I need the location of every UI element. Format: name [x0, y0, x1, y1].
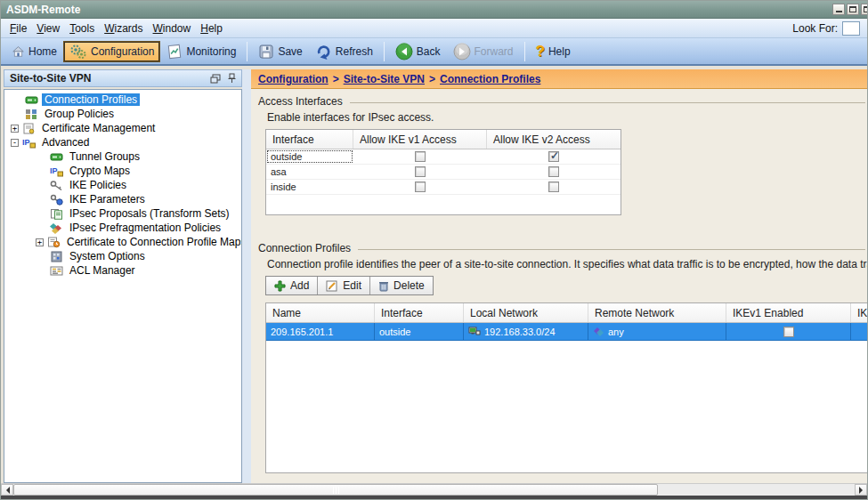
tree-item-ipsec-proposals[interactable]: IPsec Proposals (Transform Sets): [4, 206, 241, 221]
connection-profiles-section-title: Connection Profiles: [258, 242, 865, 254]
maximize-button[interactable]: [847, 4, 859, 15]
ikev2-checkbox[interactable]: [548, 181, 559, 192]
menu-window[interactable]: Window: [151, 20, 199, 36]
save-button[interactable]: Save: [252, 41, 308, 62]
tunnel-groups-icon: [50, 151, 63, 163]
ikev1-enabled-checkbox[interactable]: [783, 327, 794, 337]
col-ikev2-access[interactable]: Allow IKE v2 Access: [487, 130, 621, 149]
col-local-network[interactable]: Local Network: [464, 303, 588, 322]
col-interface[interactable]: Interface: [266, 130, 353, 149]
profile-row-selected[interactable]: 209.165.201.1 outside 192.168.33.0/24 an…: [266, 323, 868, 341]
refresh-button[interactable]: Refresh: [309, 41, 379, 62]
float-panel-icon[interactable]: [210, 74, 221, 84]
scrollbar-thumb[interactable]: [13, 484, 658, 496]
forward-button[interactable]: Forward: [447, 40, 520, 63]
look-for-input[interactable]: [842, 21, 860, 36]
menu-help[interactable]: Help: [199, 20, 231, 36]
table-row-inside[interactable]: inside: [266, 180, 621, 195]
tree-item-connection-profiles[interactable]: Connection Profiles: [4, 93, 241, 107]
tree-item-group-policies[interactable]: Group Policies: [4, 107, 241, 121]
interface-cell[interactable]: outside: [266, 149, 353, 164]
tree-item-ike-parameters[interactable]: IKE Parameters: [4, 192, 241, 206]
ike-policies-icon: [50, 180, 63, 191]
expander-icon[interactable]: +: [36, 238, 44, 246]
delete-icon: [378, 280, 389, 292]
menu-tools[interactable]: Tools: [68, 20, 102, 36]
breadcrumb-separator: >: [429, 73, 435, 85]
menu-view[interactable]: View: [35, 20, 68, 36]
edit-button[interactable]: Edit: [318, 277, 370, 294]
main-pane: Configuration > Site-to-Site VPN > Conne…: [251, 69, 868, 485]
ikev1-checkbox[interactable]: [415, 151, 426, 162]
profile-remote-network-cell[interactable]: any: [588, 323, 726, 340]
pane-splitter[interactable]: [242, 69, 251, 485]
window-bottom-edge: [1, 496, 867, 499]
pin-icon[interactable]: [228, 73, 236, 84]
scroll-left-icon: [3, 487, 10, 494]
col-interface[interactable]: Interface: [375, 303, 464, 322]
back-button[interactable]: Back: [389, 40, 447, 63]
sidebar-site-to-site-vpn: Site-to-Site VPN Connection Profiles Gro…: [4, 69, 242, 485]
tree-item-tunnel-groups[interactable]: Tunnel Groups: [4, 149, 241, 164]
monitoring-button[interactable]: Monitoring: [160, 41, 242, 62]
connection-profiles-description: Connection profile identifies the peer o…: [267, 258, 868, 270]
scroll-right-button[interactable]: [855, 484, 867, 496]
scroll-left-button[interactable]: [1, 484, 13, 496]
certificate-management-icon: [22, 123, 36, 134]
table-row-outside[interactable]: outside: [266, 149, 621, 165]
toolbar-separator: [524, 42, 525, 61]
expander-icon[interactable]: +: [11, 125, 19, 133]
profile-actions: Add Edit Delete: [265, 276, 434, 295]
breadcrumb-site-to-site-vpn[interactable]: Site-to-Site VPN: [344, 73, 425, 85]
tree-item-ike-policies[interactable]: IKE Policies: [4, 178, 241, 192]
menu-file[interactable]: File: [8, 20, 35, 36]
breadcrumb-configuration[interactable]: Configuration: [258, 73, 329, 85]
col-name[interactable]: Name: [266, 303, 375, 322]
breadcrumb-separator: >: [333, 73, 339, 85]
profile-interface-cell[interactable]: outside: [375, 323, 464, 340]
interface-cell[interactable]: inside: [266, 180, 353, 194]
any-network-icon: [593, 327, 604, 337]
help-button[interactable]: ? Help: [530, 40, 577, 63]
tree-item-advanced[interactable]: - IP Advanced: [4, 135, 241, 149]
close-icon: [864, 6, 868, 12]
profile-ikev2-cell[interactable]: [851, 323, 868, 340]
tree-item-crypto-maps[interactable]: IP Crypto Maps: [4, 164, 241, 178]
col-ikev1-access[interactable]: Allow IKE v1 Access: [353, 130, 487, 149]
breadcrumb-connection-profiles[interactable]: Connection Profiles: [440, 73, 540, 85]
expander-icon[interactable]: -: [11, 139, 19, 147]
access-interfaces-description: Enable interfaces for IPsec access.: [267, 111, 868, 124]
ikev1-checkbox[interactable]: [415, 166, 426, 177]
col-ikev1-enabled[interactable]: IKEv1 Enabled: [726, 303, 851, 322]
ikev1-checkbox[interactable]: [415, 181, 426, 192]
close-button[interactable]: [861, 4, 868, 15]
configuration-button[interactable]: Configuration: [63, 41, 160, 62]
table-row-asa[interactable]: asa: [266, 165, 621, 180]
configuration-icon: [69, 44, 87, 60]
minimize-button[interactable]: [832, 4, 845, 15]
sidebar-title: Site-to-Site VPN: [10, 72, 91, 85]
sidebar-header: Site-to-Site VPN: [4, 69, 242, 87]
ikev2-checkbox[interactable]: [548, 166, 559, 177]
ikev2-checkbox[interactable]: [548, 151, 559, 162]
delete-button[interactable]: Delete: [370, 277, 433, 294]
profile-local-network-cell[interactable]: 192.168.33.0/24: [464, 323, 588, 340]
menu-wizards[interactable]: Wizards: [102, 20, 150, 36]
home-button[interactable]: Home: [5, 43, 63, 60]
system-options-icon: [50, 251, 63, 262]
tree-item-system-options[interactable]: System Options: [4, 249, 241, 263]
interface-cell[interactable]: asa: [266, 165, 353, 179]
svg-text:IP: IP: [22, 138, 30, 147]
certificate-map-icon: [47, 237, 61, 248]
col-remote-network[interactable]: Remote Network: [588, 303, 726, 322]
tree-item-certificate-to-connection-profile-maps[interactable]: + Certificate to Connection Profile Maps: [4, 235, 241, 249]
add-button[interactable]: Add: [266, 277, 318, 294]
ipsec-prefragmentation-icon: [50, 222, 63, 234]
tree-item-ipsec-prefragmentation[interactable]: IPsec Prefragmentation Policies: [4, 221, 241, 235]
tree-item-acl-manager[interactable]: ACL Manager: [4, 263, 241, 278]
profile-name-cell[interactable]: 209.165.201.1: [266, 323, 375, 340]
col-ikev2-enabled[interactable]: IKEv2 Enabled: [851, 303, 868, 322]
tree-item-certificate-management[interactable]: + Certificate Management: [4, 121, 241, 135]
table-header-row: Interface Allow IKE v1 Access Allow IKE …: [266, 130, 621, 149]
access-interfaces-table: Interface Allow IKE v1 Access Allow IKE …: [265, 129, 621, 215]
